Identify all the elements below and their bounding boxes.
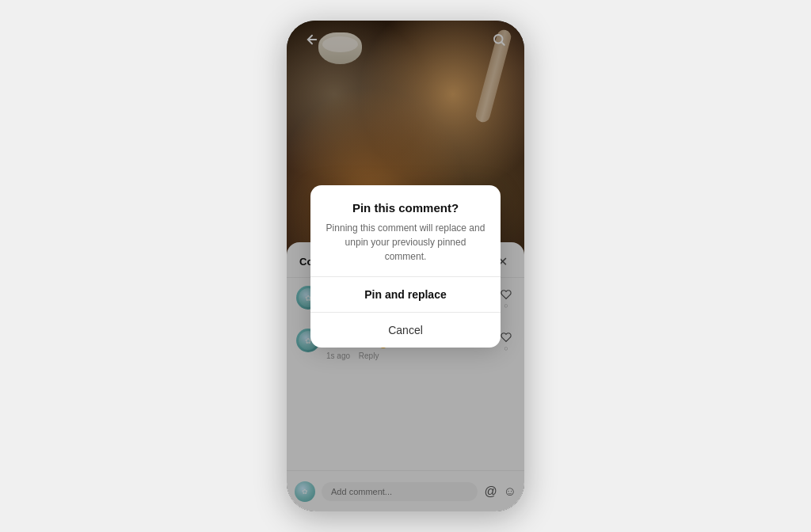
phone-frame: Comm ✕ r_r_mike Funny video 😄 1s ago Rep… [287,21,524,511]
pin-and-replace-button[interactable]: Pin and replace [310,277,501,312]
modal-content: Pin this comment? Pinning this comment w… [310,185,501,276]
modal-title: Pin this comment? [323,201,488,215]
cancel-button[interactable]: Cancel [310,313,501,348]
pin-comment-modal: Pin this comment? Pinning this comment w… [310,185,501,348]
modal-overlay: Pin this comment? Pinning this comment w… [287,21,524,511]
phone-inner: Comm ✕ r_r_mike Funny video 😄 1s ago Rep… [287,21,524,511]
modal-description: Pinning this comment will replace and un… [323,221,488,264]
